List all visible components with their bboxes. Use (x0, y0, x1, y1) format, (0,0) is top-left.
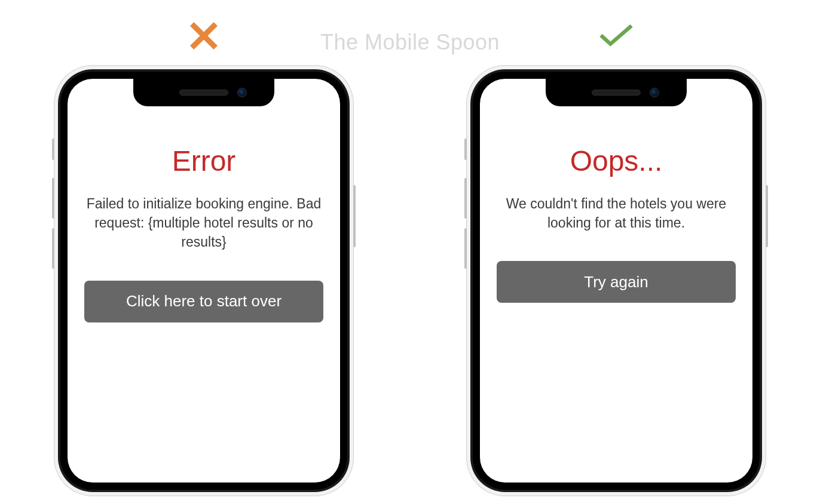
check-icon (597, 17, 635, 55)
error-title: Oops... (570, 145, 663, 177)
mute-switch (464, 139, 467, 160)
speaker-grille (592, 90, 641, 96)
speaker-grille (179, 90, 228, 96)
error-message: Failed to initialize booking engine. Bad… (84, 194, 323, 252)
phone-screen-left: Error Failed to initialize booking engin… (68, 79, 340, 483)
watermark-text: The Mobile Spoon (320, 30, 500, 55)
front-camera (237, 88, 247, 97)
power-button (766, 185, 768, 247)
error-title: Error (172, 145, 236, 177)
notch (133, 79, 274, 106)
error-message: We couldn't find the hotels you were loo… (497, 194, 736, 232)
volume-down-button (464, 228, 467, 269)
mute-switch (52, 139, 54, 160)
left-column: Error Failed to initialize booking engin… (54, 17, 353, 496)
right-column: Oops... We couldn't find the hotels you … (467, 17, 766, 496)
volume-down-button (52, 228, 54, 269)
power-button (353, 185, 356, 247)
volume-up-button (52, 178, 54, 219)
comparison-container: Error Failed to initialize booking engin… (0, 0, 820, 496)
try-again-button[interactable]: Try again (497, 261, 736, 303)
front-camera (650, 88, 659, 97)
phone-frame-left: Error Failed to initialize booking engin… (54, 66, 353, 496)
volume-up-button (464, 178, 467, 219)
phone-screen-right: Oops... We couldn't find the hotels you … (480, 79, 752, 483)
phone-frame-right: Oops... We couldn't find the hotels you … (467, 66, 766, 496)
start-over-button[interactable]: Click here to start over (84, 281, 323, 322)
notch (546, 79, 687, 106)
cross-icon (188, 17, 220, 55)
